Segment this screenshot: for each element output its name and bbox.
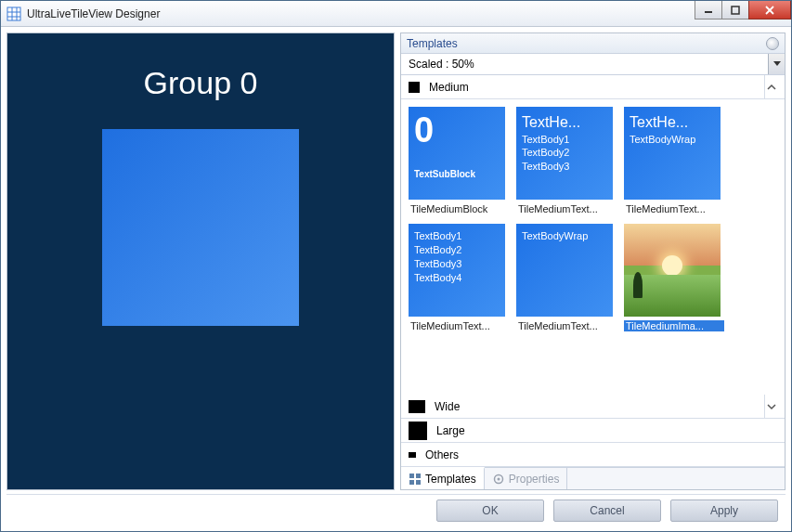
template-caption: TileMediumText... [624, 203, 724, 214]
chevron-down-icon[interactable] [764, 395, 777, 419]
large-swatch-icon [409, 422, 427, 440]
wide-swatch-icon [409, 400, 425, 413]
tile-subblock: TextSubBlock [414, 168, 500, 181]
templates-panel: Templates Medium [400, 32, 786, 490]
svg-rect-6 [732, 6, 739, 14]
tile-preview-image [624, 224, 721, 317]
scale-input[interactable] [401, 54, 768, 74]
chevron-up-icon[interactable] [764, 75, 777, 99]
section-medium[interactable]: Medium [401, 75, 785, 99]
svg-rect-11 [416, 474, 421, 478]
tile-line: TextBody3 [414, 257, 500, 271]
section-large-label: Large [436, 424, 465, 437]
apply-button[interactable]: Apply [670, 500, 778, 522]
section-large[interactable]: Large [401, 419, 785, 443]
scale-dropdown-button[interactable] [768, 54, 785, 74]
window-controls [695, 1, 791, 19]
tab-properties-label: Properties [509, 473, 560, 486]
window-title: UltraLiveTileView Designer [27, 7, 160, 20]
tile-body: TextBodyWrap [522, 229, 607, 243]
template-item[interactable]: TextBodyWrap TileMediumText... [516, 224, 617, 331]
tile-preview: TextBodyWrap [516, 224, 613, 317]
preview-tile[interactable] [102, 129, 299, 326]
dialog-footer: OK Cancel Apply [6, 494, 786, 526]
template-caption: TileMediumText... [516, 320, 617, 331]
tile-line: TextBody1 [522, 133, 607, 147]
template-caption: TileMediumText... [516, 203, 617, 214]
medium-swatch-icon [409, 82, 420, 93]
others-swatch-icon [409, 452, 416, 458]
tile-line: TextBody1 [414, 229, 500, 243]
grid-icon [409, 473, 422, 486]
tile-preview: TextHe... TextBodyWrap [624, 107, 721, 200]
scale-selector[interactable] [401, 54, 785, 75]
svg-marker-9 [773, 61, 781, 66]
template-item[interactable]: TextHe... TextBodyWrap TileMediumText... [624, 107, 724, 214]
tab-templates[interactable]: Templates [401, 467, 485, 489]
preview-pane[interactable]: Group 0 [6, 32, 395, 490]
ok-button[interactable]: OK [436, 500, 544, 522]
section-wide[interactable]: Wide [401, 395, 785, 419]
tile-preview: 0 TextSubBlock [409, 107, 505, 200]
tile-body: TextBodyWrap [630, 133, 715, 147]
template-item[interactable]: TextBody1 TextBody2 TextBody3 TextBody4 … [409, 224, 509, 331]
svg-rect-13 [416, 480, 421, 485]
titlebar[interactable]: UltraLiveTileView Designer [1, 1, 791, 27]
templates-gallery[interactable]: 0 TextSubBlock TileMediumBlock TextHe...… [401, 99, 785, 395]
close-button[interactable] [748, 1, 791, 19]
svg-point-15 [497, 477, 500, 480]
bottom-tabbar: Templates Properties [401, 467, 785, 489]
template-caption: TileMediumBlock [409, 203, 509, 214]
tile-preview: TextBody1 TextBody2 TextBody3 TextBody4 [409, 224, 505, 317]
pin-icon[interactable] [766, 37, 779, 50]
svg-rect-0 [7, 7, 20, 20]
template-caption: TileMediumText... [409, 320, 509, 331]
designer-window: UltraLiveTileView Designer Group 0 Templ… [0, 0, 792, 532]
template-caption: TileMediumIma... [624, 320, 724, 331]
tile-header: TextHe... [630, 112, 715, 133]
tile-line: TextBody2 [522, 146, 607, 160]
templates-label: Templates [407, 37, 458, 50]
template-item[interactable]: 0 TextSubBlock TileMediumBlock [409, 107, 509, 214]
svg-rect-10 [409, 474, 414, 478]
minimize-button[interactable] [695, 1, 722, 19]
tile-big-number: 0 [414, 112, 500, 148]
tile-header: TextHe... [522, 112, 607, 133]
cancel-button[interactable]: Cancel [553, 500, 661, 522]
template-item[interactable]: TextHe... TextBody1 TextBody2 TextBody3 … [516, 107, 617, 214]
section-wide-label: Wide [435, 400, 460, 413]
tile-line: TextBody4 [414, 271, 500, 285]
section-medium-label: Medium [429, 81, 469, 94]
tab-templates-label: Templates [425, 473, 476, 486]
tab-properties[interactable]: Properties [485, 468, 568, 489]
tile-line: TextBody2 [414, 243, 500, 257]
svg-rect-12 [409, 480, 414, 485]
tile-line: TextBody3 [522, 160, 607, 174]
section-others-label: Others [425, 448, 459, 461]
group-title: Group 0 [144, 65, 258, 101]
gear-icon [492, 473, 505, 486]
section-others[interactable]: Others [401, 443, 785, 467]
template-item-selected[interactable]: TileMediumIma... [624, 224, 724, 331]
app-icon [6, 6, 21, 21]
maximize-button[interactable] [721, 1, 749, 19]
tile-preview: TextHe... TextBody1 TextBody2 TextBody3 [516, 107, 613, 200]
templates-header: Templates [401, 33, 785, 54]
